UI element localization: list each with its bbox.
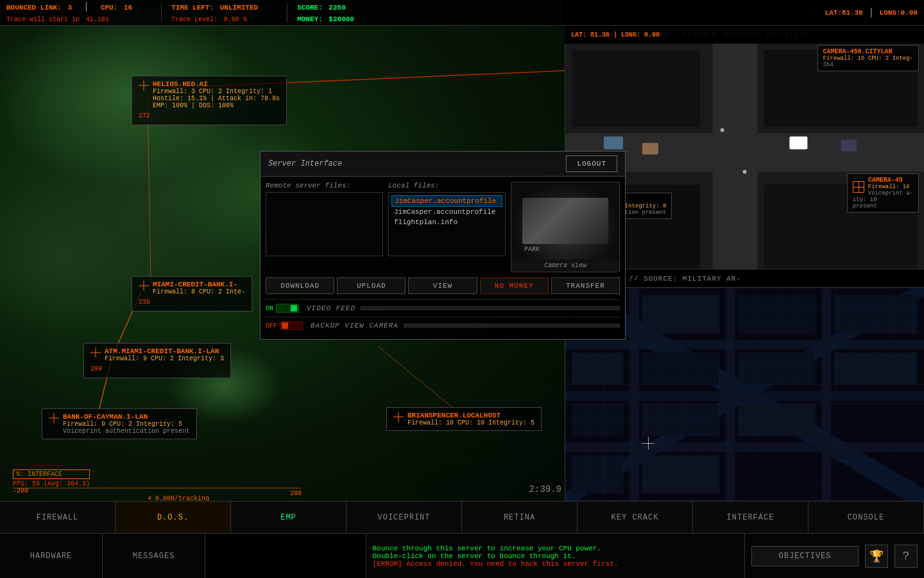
trace-start-label: Trace will start in <box>6 16 80 23</box>
emp-button[interactable]: EMP <box>231 502 346 533</box>
voiceprint-button[interactable]: VOICEPRINT <box>346 502 462 533</box>
svg-rect-30 <box>642 295 719 333</box>
firewall-button[interactable]: FIREWALL <box>0 502 116 533</box>
svg-rect-26 <box>629 288 639 500</box>
helios-name: HELIOS.HED.AI <box>153 80 280 88</box>
download-button[interactable]: Download <box>266 277 334 294</box>
cam-456-stats: Firewall: 16 CPU: 2 Integ- <box>823 55 913 62</box>
interface-label-text: %: INTERFACE <box>16 471 62 478</box>
file-section: Remote server files: Local files: JimCas… <box>266 182 620 272</box>
console-button[interactable]: CONSOLE <box>809 502 924 533</box>
logout-button[interactable]: Logout <box>566 155 617 172</box>
svg-rect-33 <box>572 353 623 385</box>
action-buttons-row: Download Upload View no money Transfer <box>266 277 620 294</box>
brian-name: BRIANSPENCER.LOCALHOST <box>407 412 535 419</box>
miami-crosshair <box>139 281 149 291</box>
server-panel-title: Server Interface Logout <box>261 152 625 177</box>
remote-file-list[interactable] <box>266 192 383 256</box>
trace-level-label: Trace Level: <box>171 16 218 23</box>
video-feed-track[interactable] <box>276 304 299 313</box>
lat-value: 81.36 <box>842 9 863 17</box>
atm-id: 299 <box>90 365 102 372</box>
svg-rect-14 <box>604 137 623 150</box>
video-feed-state: ON <box>266 305 273 312</box>
backup-cam-bar <box>404 324 620 328</box>
node-atm-miami[interactable]: ATM.Miami-Credit-Bank.i-lan Firewall: 9 … <box>83 343 231 378</box>
miami-stats: Firewall: 8 CPU: 2 Inte- <box>153 288 245 295</box>
file-item-2[interactable]: JimCasper.accountprofile <box>391 207 502 217</box>
objectives-button[interactable]: OBJECTIVES <box>751 546 859 566</box>
no-money-button[interactable]: no money <box>480 277 549 294</box>
time-value: Unlimited <box>220 4 258 12</box>
svg-rect-41 <box>642 455 719 494</box>
interface-button[interactable]: INTERFACE <box>693 502 809 533</box>
svg-rect-15 <box>642 143 658 155</box>
helios-stats: Firewall: 3 CPU: 2 Integrity: 1 <box>153 88 280 95</box>
atm-crosshair <box>90 347 101 358</box>
help-icon[interactable]: ? <box>894 545 918 568</box>
console-messages-display: Bounce through this server to increase y… <box>366 534 745 578</box>
cam-node-456[interactable]: CAMERA-456.CITYLAN Firewall: 16 CPU: 2 I… <box>817 45 919 71</box>
score-value: 2250 <box>329 4 345 12</box>
tracking-bar: 200 <box>13 487 302 497</box>
svg-rect-23 <box>565 340 924 349</box>
messages-button[interactable]: MESSAGES <box>103 534 205 578</box>
key-crack-button[interactable]: KEY CRACK <box>578 502 693 533</box>
top-hud: Bounced Link: 3 | CPU: 16 Trace will sta… <box>0 0 924 26</box>
local-file-list[interactable]: JimCasper.accountprofile JimCasper.accou… <box>388 192 506 256</box>
node-miami-credit[interactable]: Miami-Credit-Bank.i- Firewall: 8 CPU: 2 … <box>132 276 252 311</box>
money-label: Money: <box>297 15 323 23</box>
file-item-1[interactable]: JimCasper.accountprofile <box>391 195 502 207</box>
node-brian-spencer[interactable]: BRIANSPENCER.LOCALHOST Firewall: 10 CPU:… <box>386 407 542 431</box>
cam-456-id: 354 <box>823 62 913 68</box>
console-msg-3: [ERROR] Access denied. You need to hack … <box>373 560 739 568</box>
svg-rect-16 <box>789 137 807 150</box>
upload-button[interactable]: Upload <box>337 277 406 294</box>
backup-cam-track[interactable] <box>280 321 303 330</box>
svg-point-18 <box>721 128 724 132</box>
transfer-button[interactable]: Transfer <box>551 277 620 294</box>
trace-start-value: 41.18s <box>86 16 109 23</box>
trophy-icon[interactable]: 🏆 <box>865 545 888 568</box>
helios-info: HELIOS.HED.AI Firewall: 3 CPU: 2 Integri… <box>153 80 280 109</box>
svg-rect-7 <box>713 44 758 276</box>
svg-rect-24 <box>565 391 924 401</box>
interface-indicator: %: INTERFACE <box>13 469 90 479</box>
fps-text: FPS: 59 (Avg: 364.3) <box>13 480 90 487</box>
svg-rect-31 <box>739 295 816 333</box>
atm-info: ATM.Miami-Credit-Bank.i-lan Firewall: 9 … <box>105 347 224 362</box>
node-helios[interactable]: HELIOS.HED.AI Firewall: 3 CPU: 2 Integri… <box>132 76 287 125</box>
action-bar: FIREWALL D.O.S. EMP VOICEPRINT RETINA KE… <box>0 502 924 534</box>
miami-info: Miami-Credit-Bank.i- Firewall: 8 CPU: 2 … <box>153 281 245 295</box>
money-value: $20000 <box>329 15 354 23</box>
local-files-label: Local files: <box>388 182 506 189</box>
bounced-link-section: Bounced Link: 3 | CPU: 16 Trace will sta… <box>6 1 132 24</box>
bounced-link-value: 3 <box>67 4 72 12</box>
node-bank-cayman[interactable]: Bank-of-Cayman.i-LAN Firewall: 9 CPU: 2 … <box>42 408 197 439</box>
svg-rect-28 <box>821 288 831 500</box>
retina-button[interactable]: RETINA <box>462 502 578 533</box>
svg-rect-40 <box>572 455 623 494</box>
file-item-3[interactable]: flightplan.info <box>391 217 502 227</box>
cayman-crosshair <box>49 413 59 423</box>
cpu-label: CPU: <box>101 4 117 12</box>
svg-rect-25 <box>565 442 924 452</box>
svg-rect-36 <box>834 353 918 385</box>
track-pos: 200 <box>290 490 302 497</box>
view-button[interactable]: View <box>408 277 477 294</box>
video-feed-toggle[interactable]: ON <box>266 304 299 313</box>
svg-rect-27 <box>726 288 735 500</box>
hardware-button[interactable]: HARDWARE <box>0 534 103 578</box>
brian-crosshair <box>393 412 404 422</box>
server-panel-title-text: Server Interface <box>268 159 342 168</box>
svg-rect-10 <box>572 50 700 127</box>
score-label: Score: <box>297 4 323 12</box>
trace-level-value: 0.00 % <box>224 16 247 23</box>
dos-button[interactable]: D.O.S. <box>116 502 231 533</box>
console-msg-1: Bounce through this server to increase y… <box>373 545 739 552</box>
cam-node-45[interactable]: CAMERA-45 Firewall: 16 Voiceprint a- ity… <box>847 173 919 213</box>
server-panel: Server Interface Logout Remote server fi… <box>260 151 626 340</box>
cam-45-auth: Voiceprint a- <box>868 190 913 197</box>
fps-value: FPS: 59 (Avg: 364.3) <box>13 480 90 487</box>
backup-cam-toggle[interactable]: OFF <box>266 321 303 330</box>
